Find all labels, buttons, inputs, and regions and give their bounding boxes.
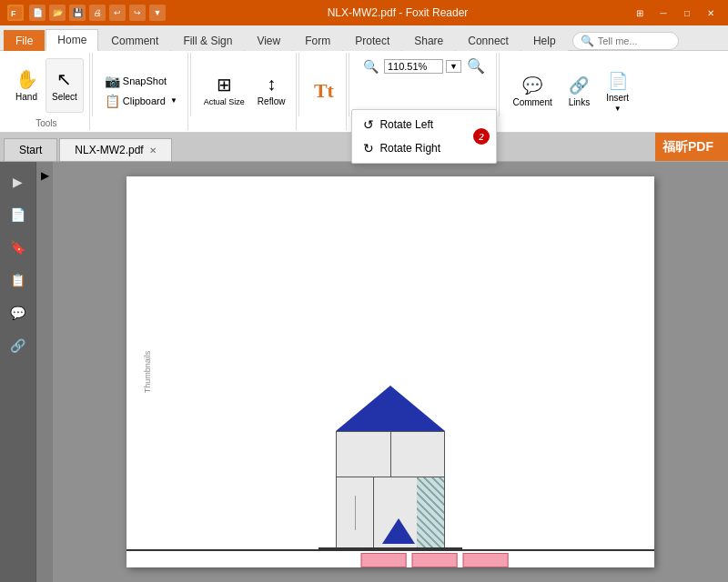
title-text: NLX-MW2.pdf - Foxit Reader	[328, 6, 469, 19]
hand-button[interactable]: ✋ Hand	[9, 58, 44, 113]
print-icon[interactable]: 🖨	[89, 5, 106, 21]
save-icon[interactable]: 💾	[69, 5, 86, 21]
tab-current-doc[interactable]: NLX-MW2.pdf ✕	[59, 138, 171, 161]
tab-fill-sign[interactable]: Fill & Sign	[171, 30, 244, 51]
pink-box-3	[463, 553, 509, 567]
links-icon: 🔗	[569, 75, 589, 95]
rotate-right-icon: ↻	[363, 141, 374, 156]
insert-label: Insert	[606, 93, 629, 103]
reflow-button[interactable]: ↕ Reflow	[252, 64, 291, 118]
annotation-badge-2: 2	[473, 128, 490, 145]
tab-form[interactable]: Form	[293, 30, 342, 51]
snapshot-label: SnapShot	[123, 75, 167, 86]
tab-protect[interactable]: Protect	[343, 30, 401, 51]
tab-connect[interactable]: Connect	[456, 30, 521, 51]
zoom-in-button[interactable]: 🔍	[464, 56, 488, 75]
pink-box-1	[361, 553, 407, 567]
sidebar-comments-btn[interactable]: 💬	[5, 300, 31, 326]
tab-help[interactable]: Help	[521, 30, 568, 51]
sep4	[349, 53, 349, 116]
more-icon[interactable]: ▼	[149, 5, 166, 21]
tools-group-label: Tools	[35, 116, 56, 128]
insert-button[interactable]: 📄 Insert ▼	[599, 65, 636, 119]
doc-page: Thumbnails	[126, 176, 654, 567]
sidebar-attachments-btn[interactable]: 🔗	[5, 333, 31, 358]
sidebar-pages-btn[interactable]: 📄	[5, 202, 31, 227]
hand-icon: ✋	[15, 68, 38, 90]
rotate-right-label: Rotate Right	[379, 142, 440, 155]
clipboard-icon: 📋	[105, 94, 120, 108]
ribbon-tabs: File Home Comment Fill & Sign View Form …	[0, 25, 728, 51]
hatched-panel	[417, 477, 444, 548]
zoom-out-button[interactable]: 🔍	[360, 58, 381, 75]
zoom-input[interactable]	[384, 59, 443, 74]
new-icon[interactable]: 📄	[29, 5, 46, 21]
maximize-button[interactable]: □	[677, 5, 697, 20]
zoom-row: 🔍 ▼ 🔍	[360, 56, 488, 75]
tab-view[interactable]: View	[245, 30, 292, 51]
reflow-icon: ↕	[267, 74, 276, 95]
insert-chevron: ▼	[614, 105, 622, 113]
sidebar-layers-btn[interactable]: 📋	[5, 267, 31, 293]
tab-home[interactable]: Home	[46, 29, 98, 51]
select-button[interactable]: ↖ Select	[46, 58, 84, 113]
rotate-left-label: Rotate Left	[379, 118, 433, 131]
sep3	[298, 53, 299, 116]
title-bar: F 📄 📂 💾 🖨 ↩ ↪ ▼ NLX-MW2.pdf - Foxit Read…	[0, 0, 728, 25]
door-left	[337, 432, 391, 477]
actual-size-icon: ⊞	[217, 74, 232, 95]
search-icon: 🔍	[581, 35, 594, 47]
snapshot-icon: 📷	[105, 74, 120, 88]
tab-start-label: Start	[19, 144, 42, 156]
tt-group: Tt	[301, 53, 347, 130]
select-icon: ↖	[56, 68, 72, 90]
svg-text:F: F	[11, 9, 16, 18]
title-bar-left: F 📄 📂 💾 🖨 ↩ ↪ ▼	[7, 5, 166, 21]
clipboard-button[interactable]: 📋 Clipboard ▼	[100, 92, 182, 110]
links-button[interactable]: 🔗 Links	[561, 65, 597, 119]
snapshot-group: 📷 SnapShot 📋 Clipboard ▼	[95, 53, 188, 130]
main-area: ▶ 📄 🔖 📋 💬 🔗 ▶ Thumbnails	[0, 162, 728, 582]
tab-share[interactable]: Share	[402, 30, 455, 51]
door-right	[391, 432, 445, 477]
vertical-line-1	[373, 477, 374, 548]
tell-me-box[interactable]: 🔍	[572, 32, 679, 50]
tab-close-button[interactable]: ✕	[149, 146, 157, 156]
tab-start[interactable]: Start	[4, 138, 57, 161]
actual-size-button[interactable]: ⊞ Actual Size	[198, 64, 250, 118]
window-controls: ⊞ ─ □ ✕	[630, 5, 721, 20]
expand-arrow[interactable]: ▶	[36, 162, 53, 582]
undo-icon[interactable]: ↩	[109, 5, 126, 21]
tab-comment[interactable]: Comment	[99, 30, 170, 51]
size-group: ⊞ Actual Size ↕ Reflow	[193, 53, 298, 130]
tab-file[interactable]: File	[4, 30, 45, 51]
tt-icon: Tt	[314, 79, 334, 103]
doc-view: Thumbnails	[53, 162, 728, 582]
building-roof	[336, 386, 445, 431]
left-sidebar: ▶ 📄 🔖 📋 💬 🔗	[0, 162, 36, 582]
view-group: 🔍 ▼ 🔍 View ↺ Rotate Left ↻ Rotate Right	[351, 53, 497, 130]
clipboard-chevron: ▼	[170, 96, 177, 105]
building-top	[337, 432, 444, 477]
size-content: ⊞ Actual Size ↕ Reflow	[198, 55, 291, 126]
redo-icon[interactable]: ↪	[129, 5, 146, 21]
snapshot-button[interactable]: 📷 SnapShot	[100, 72, 182, 90]
hand-select-area: ✋ Hand ↖ Select	[9, 55, 84, 116]
tt-content: Tt	[308, 55, 339, 126]
building-diagram	[336, 386, 445, 549]
vertical-line-2	[355, 496, 356, 530]
ground-line	[126, 549, 654, 551]
tell-me-input[interactable]	[598, 35, 671, 46]
clipboard-label: Clipboard	[123, 95, 166, 106]
select-label: Select	[52, 92, 77, 103]
sidebar-bookmarks-btn[interactable]: 🔖	[5, 235, 31, 260]
sidebar-collapse-btn[interactable]: ▶	[5, 169, 31, 195]
tile-icon[interactable]: ⊞	[630, 5, 650, 20]
open-icon[interactable]: 📂	[49, 5, 66, 21]
zoom-dropdown-button[interactable]: ▼	[446, 60, 461, 73]
tt-button[interactable]: Tt	[308, 64, 339, 118]
comment-button[interactable]: 💬 Comment	[505, 65, 559, 119]
minimize-button[interactable]: ─	[653, 5, 673, 20]
close-button[interactable]: ✕	[701, 5, 721, 20]
sep2	[190, 53, 191, 116]
